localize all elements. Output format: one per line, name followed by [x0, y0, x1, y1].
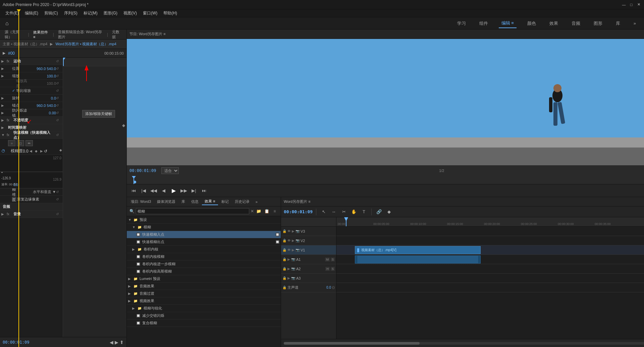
menu-clip[interactable]: 剪辑(C) [42, 10, 61, 17]
tab-audio-mixer[interactable]: 音频剪辑混合器: Word另存图片 [56, 29, 105, 40]
pos-toggle[interactable]: ▶ [1, 67, 7, 70]
ec-step-prev[interactable]: ◀ [110, 340, 113, 345]
ec-play-btn[interactable]: ▶ [3, 51, 5, 55]
fb-reset[interactable]: ↺ [56, 133, 61, 137]
tree-video-effects[interactable]: ▶ 📁 视频效果 [127, 297, 281, 305]
tab-markers[interactable]: 标记 [219, 198, 231, 205]
a1-lock[interactable]: 🔒 [282, 257, 286, 261]
v1-eye[interactable]: 👁 [287, 248, 291, 252]
pos-reset[interactable]: ↺ [56, 67, 61, 70]
us-reset[interactable]: ↺ [56, 89, 61, 93]
ctrl-back[interactable]: ◀◀ [150, 187, 158, 195]
minimize-button[interactable]: — [621, 2, 627, 7]
tool-hand[interactable]: ✋ [350, 208, 358, 216]
re-reset[interactable]: ↺ [56, 197, 61, 201]
nav-graphics[interactable]: 图形 [591, 19, 605, 28]
tab-history[interactable]: 历史记录 [232, 198, 252, 205]
nav-color[interactable]: 颜色 [525, 19, 539, 28]
rot-reset[interactable]: ↺ [56, 96, 61, 100]
search-clear-btn[interactable]: ✕ [251, 209, 254, 214]
a3-cam[interactable]: 📷 [291, 276, 295, 280]
tool-select[interactable]: ↖ [320, 208, 328, 216]
a3-source[interactable]: ▶ [287, 276, 290, 280]
ctrl-to-in[interactable]: ⏮ [129, 187, 138, 195]
v1-source[interactable]: ▶ [292, 248, 294, 252]
v1-cam[interactable]: 📷 [296, 248, 300, 252]
v2-lock[interactable]: 🔒 [282, 239, 286, 242]
sh-value[interactable]: 100.0 [29, 81, 56, 85]
tree-fast-blur-out[interactable]: 🔲 快速模糊出点 🔲 [127, 238, 281, 246]
bd-value[interactable]: 水平和垂直 ▼ [16, 189, 56, 194]
tree-fast-blur-in[interactable]: 🔲 快速模糊入点 🔲 [127, 231, 281, 238]
tree-compound-blur[interactable]: 🔲 复合模糊 [127, 320, 281, 327]
seq-scrollbar[interactable] [284, 342, 644, 345]
tab-project[interactable]: 项目: Word3 [128, 198, 154, 205]
preview-playhead[interactable] [133, 176, 134, 184]
tree-lumetri[interactable]: ▶ 📁 Lumetri 预设 [127, 275, 281, 283]
tree-audio-effects[interactable]: ▶ 📁 音频效果 [127, 283, 281, 290]
pen-mask-btn[interactable]: ✏ [25, 140, 33, 146]
ec-export-btn[interactable]: ⬆ [120, 340, 124, 345]
nav-library[interactable]: 库 [613, 19, 623, 28]
opacity-toggle[interactable]: ▶ [1, 118, 7, 122]
v3-source[interactable]: ▶ [292, 229, 294, 233]
anc-toggle[interactable]: ▶ [1, 104, 7, 107]
a2-cam[interactable]: 📷 [291, 267, 295, 271]
new-item-btn[interactable]: 📋 [263, 208, 270, 215]
pos-value[interactable]: 960.0 540.0 [29, 67, 56, 71]
a2-source[interactable]: ▶ [287, 267, 290, 271]
vol-toggle[interactable]: ▶ [1, 212, 7, 216]
sh-reset[interactable]: ↺ [56, 81, 61, 85]
v3-eye[interactable]: 👁 [287, 229, 291, 233]
v3-lock[interactable]: 🔒 [282, 229, 286, 233]
menu-window[interactable]: 窗口(W) [140, 10, 160, 17]
bd-reset[interactable]: ↺ [56, 190, 61, 194]
kf-next[interactable]: ▶ [39, 149, 44, 154]
v2-source[interactable]: ▶ [292, 239, 294, 242]
ctrl-next-frame-5[interactable]: ▶| [190, 187, 198, 195]
a2-mute[interactable]: H [325, 267, 330, 271]
rot-toggle[interactable]: ▶ [1, 96, 7, 100]
opacity-reset[interactable]: ↺ [56, 118, 61, 122]
fb-toggle[interactable]: ▼ [1, 133, 7, 137]
tab-effect-controls[interactable]: 效果控件 ≡ [31, 29, 51, 40]
menu-view[interactable]: 视图(V) [121, 10, 140, 17]
ctrl-step-fwd[interactable]: ▶▶ [180, 187, 188, 195]
list-view-btn[interactable]: ≡ [271, 208, 278, 215]
menu-sequence[interactable]: 序列(S) [61, 10, 80, 17]
new-folder-btn[interactable]: 📁 [255, 208, 262, 215]
v2-eye[interactable]: 👁 [287, 239, 291, 242]
kf-diamond[interactable]: ◆ [34, 149, 39, 154]
tool-snap[interactable]: 🔗 [375, 208, 383, 216]
a2-lock[interactable]: 🔒 [282, 267, 286, 271]
rot-value[interactable]: 0.0 [29, 96, 56, 100]
tree-blur-folder[interactable]: ▼ 📁 模糊 [127, 224, 281, 231]
tree-reduce-interlace[interactable]: 🔲 减少交错闪烁 [127, 312, 281, 320]
tool-ripple[interactable]: ↔ [330, 208, 338, 216]
ec-step-next[interactable]: ▶ [115, 340, 118, 345]
tree-blur-sharpen[interactable]: ▶ 📁 模糊与锐化 [127, 305, 281, 312]
blur-anim-toggle[interactable]: ⏱ [1, 149, 5, 154]
tab-metadata[interactable]: 元数据 [110, 29, 124, 40]
menu-graphics[interactable]: 图形(G) [101, 10, 120, 17]
tab-library[interactable]: 库 [179, 198, 188, 205]
ctrl-step-back[interactable]: ◀ [160, 187, 168, 195]
flicker-value[interactable]: 0.00 [29, 111, 56, 115]
motion-reset[interactable]: ↺ [56, 59, 61, 63]
tree-convolution[interactable]: ▶ 📁 卷积内核 [127, 246, 281, 253]
tool-razor[interactable]: ✂ [340, 208, 348, 216]
motion-toggle[interactable]: ▶ [1, 59, 7, 63]
v3-cam[interactable]: 📷 [296, 229, 300, 233]
a1-solo[interactable]: S [331, 257, 335, 262]
fit-selector[interactable]: 适合 [161, 167, 179, 174]
effects-search-input[interactable] [136, 208, 249, 214]
flicker-toggle[interactable]: ▶ [1, 111, 7, 115]
a1-cam[interactable]: 📷 [291, 257, 295, 261]
tab-source[interactable]: 源（无剪辑） [3, 29, 26, 40]
nav-edit[interactable]: 编辑 ≡ [499, 19, 517, 28]
tab-media[interactable]: 媒体浏览器 [154, 198, 178, 205]
scale-toggle[interactable]: ▶ [1, 74, 7, 78]
preview-timeline-bar[interactable] [127, 176, 644, 184]
tree-conv-blur[interactable]: 🔲 卷积内核模糊 [127, 253, 281, 261]
tab-effects[interactable]: 效果 ≡ [202, 198, 218, 205]
